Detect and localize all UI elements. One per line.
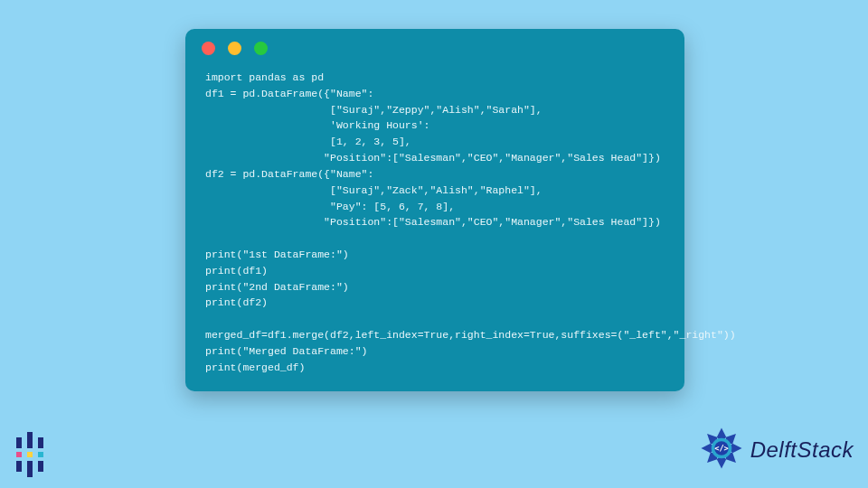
svg-rect-8 (38, 461, 43, 472)
svg-rect-5 (27, 461, 33, 477)
svg-rect-6 (38, 437, 43, 448)
svg-rect-1 (16, 452, 22, 457)
svg-text:</>: </> (714, 444, 729, 453)
svg-rect-2 (16, 461, 22, 472)
site-mark-icon (11, 432, 56, 477)
code-content: import pandas as pd df1 = pd.DataFrame({… (185, 64, 684, 375)
code-window: import pandas as pd df1 = pd.DataFrame({… (185, 29, 684, 391)
minimize-icon (228, 42, 241, 55)
svg-rect-3 (27, 432, 33, 448)
brand-badge-icon: </> (698, 425, 745, 475)
svg-rect-7 (38, 452, 43, 457)
close-icon (202, 42, 215, 55)
svg-rect-0 (16, 437, 22, 448)
window-traffic-lights (185, 29, 684, 64)
brand-name: DelftStack (750, 437, 854, 463)
maximize-icon (254, 42, 268, 55)
brand: </> DelftStack (698, 425, 854, 475)
svg-rect-4 (27, 452, 33, 457)
